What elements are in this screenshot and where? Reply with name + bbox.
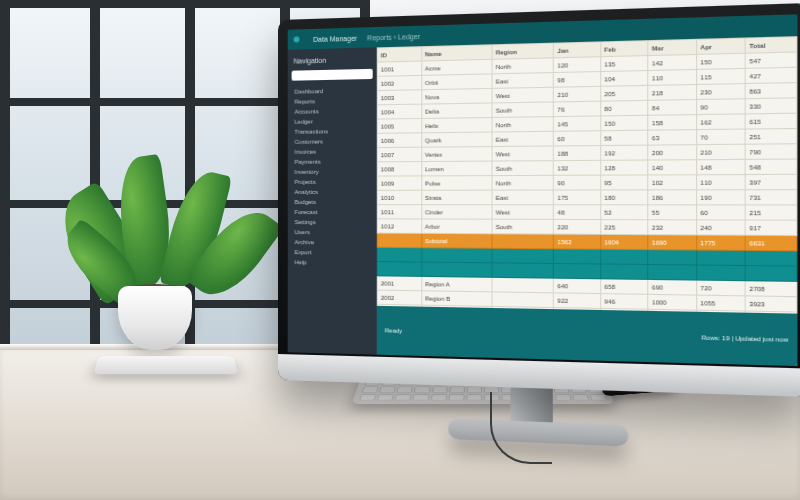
cell[interactable]: North (492, 175, 554, 190)
cell[interactable] (377, 233, 421, 248)
cell[interactable]: Pulse (421, 176, 492, 191)
cell[interactable] (648, 250, 696, 265)
cell[interactable]: 922 (554, 293, 601, 309)
cell[interactable]: 55 (648, 205, 696, 220)
cell[interactable] (421, 248, 492, 263)
cell[interactable]: Subtotal (421, 233, 492, 248)
sidebar-item-payments[interactable]: Payments (292, 156, 373, 167)
cell[interactable] (696, 265, 745, 281)
cell[interactable]: 188 (554, 146, 601, 161)
cell[interactable]: 142 (648, 54, 696, 70)
cell[interactable]: 1009 (377, 176, 421, 190)
data-grid[interactable]: IDNameRegionJanFebMarAprTotal1001AcmeNor… (377, 36, 798, 313)
cell[interactable]: 210 (554, 86, 601, 102)
sidebar-item-users[interactable]: Users (292, 227, 373, 238)
cell[interactable]: Quark (421, 132, 492, 147)
cell[interactable]: 200 (648, 145, 696, 160)
cell[interactable]: South (492, 161, 554, 176)
cell[interactable] (377, 262, 421, 277)
column-header[interactable]: Jan (554, 42, 601, 58)
cell[interactable]: 427 (746, 67, 797, 83)
column-header[interactable]: Region (492, 43, 554, 59)
cell[interactable]: Acme (421, 59, 492, 75)
cell[interactable] (492, 234, 554, 249)
cell[interactable]: 1012 (377, 219, 421, 234)
cell[interactable]: 230 (696, 84, 745, 100)
cell[interactable]: 110 (696, 175, 745, 190)
cell[interactable]: West (492, 205, 554, 220)
cell[interactable]: 1006 (377, 133, 421, 148)
cell[interactable]: 90 (696, 99, 745, 115)
cell[interactable]: 1004 (377, 104, 421, 119)
cell[interactable]: Strata (421, 190, 492, 205)
cell[interactable]: 1003 (377, 90, 421, 105)
table-row[interactable]: 1008LumenSouth132128140148548 (377, 159, 797, 176)
cell[interactable]: 1055 (696, 295, 745, 311)
sidebar-item-invoices[interactable]: Invoices (292, 146, 373, 157)
cell[interactable]: 148 (696, 159, 745, 174)
search-input[interactable] (292, 69, 373, 81)
cell[interactable]: 180 (601, 190, 649, 205)
cell[interactable]: 397 (746, 174, 797, 189)
cell[interactable]: 1562 (554, 234, 601, 249)
cell[interactable]: Cinder (421, 205, 492, 220)
cell[interactable] (648, 264, 696, 280)
cell[interactable]: 132 (554, 160, 601, 175)
cell[interactable]: 640 (554, 278, 601, 293)
cell[interactable]: 175 (554, 190, 601, 205)
cell[interactable]: 210 (696, 144, 745, 159)
column-header[interactable]: Mar (648, 39, 696, 55)
cell[interactable] (601, 249, 649, 264)
cell[interactable]: 1007 (377, 147, 421, 162)
cell[interactable]: 150 (696, 53, 745, 69)
cell[interactable]: Vertex (421, 147, 492, 162)
cell[interactable]: 1010 (377, 190, 421, 204)
cell[interactable] (746, 266, 797, 282)
cell[interactable]: 186 (648, 190, 696, 205)
cell[interactable]: 52 (601, 205, 649, 220)
cell[interactable]: 251 (746, 128, 797, 144)
cell[interactable]: 135 (601, 56, 649, 72)
cell[interactable]: 162 (696, 114, 745, 130)
cell[interactable] (377, 247, 421, 262)
cell[interactable]: 218 (648, 84, 696, 100)
cell[interactable]: Delta (421, 103, 492, 119)
cell[interactable]: 6631 (746, 235, 797, 251)
cell[interactable]: 60 (554, 131, 601, 146)
cell[interactable]: 330 (746, 98, 797, 114)
column-header[interactable]: ID (377, 47, 421, 62)
cell[interactable]: Region B (421, 291, 492, 307)
cell[interactable]: 790 (746, 144, 797, 160)
sidebar-item-help[interactable]: Help (292, 257, 373, 268)
cell[interactable]: Lumen (421, 161, 492, 176)
sidebar-item-projects[interactable]: Projects (292, 177, 373, 187)
cell[interactable]: 90 (554, 175, 601, 190)
cell[interactable]: 2002 (377, 290, 421, 305)
cell[interactable]: 1604 (601, 234, 649, 249)
cell[interactable] (492, 277, 554, 293)
cell[interactable]: 720 (696, 280, 745, 296)
cell[interactable]: 63 (648, 130, 696, 145)
cell[interactable]: 1690 (648, 235, 696, 250)
cell[interactable]: Nova (421, 88, 492, 104)
cell[interactable]: 1005 (377, 118, 421, 133)
cell[interactable]: 48 (554, 205, 601, 220)
sidebar-item-budgets[interactable]: Budgets (292, 197, 373, 207)
cell[interactable]: 76 (554, 101, 601, 116)
cell[interactable]: 1002 (377, 75, 421, 90)
cell[interactable]: 548 (746, 159, 797, 175)
cell[interactable] (746, 250, 797, 266)
cell[interactable]: 140 (648, 160, 696, 175)
cell[interactable]: 731 (746, 190, 797, 205)
cell[interactable]: 215 (746, 205, 797, 220)
cell[interactable]: 150 (601, 115, 649, 130)
cell[interactable]: 2708 (746, 281, 797, 297)
cell[interactable]: 60 (696, 205, 745, 220)
cell[interactable] (554, 263, 601, 278)
sidebar-item-inventory[interactable]: Inventory (292, 166, 373, 177)
cell[interactable] (492, 292, 554, 308)
sidebar-item-settings[interactable]: Settings (292, 217, 373, 227)
cell[interactable]: Orbit (421, 74, 492, 90)
cell[interactable]: East (492, 190, 554, 205)
cell[interactable] (554, 249, 601, 264)
